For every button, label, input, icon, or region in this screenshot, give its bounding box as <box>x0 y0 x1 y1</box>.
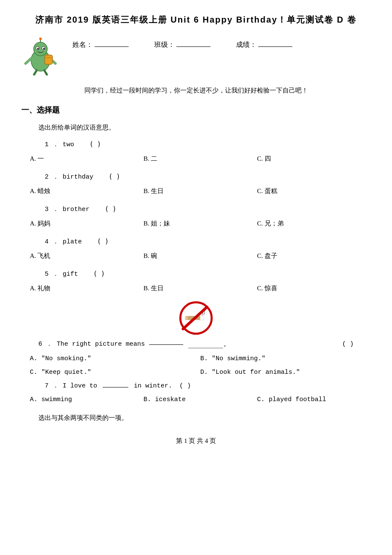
question-5-options: A. 礼物B. 生日C. 惊喜 <box>30 283 371 293</box>
q6-option-c: C. "Keep quiet." <box>30 367 200 378</box>
question-4-option-B: B. 碗 <box>144 251 257 261</box>
question-3-row: 3 ． brother ( ) <box>38 204 371 215</box>
intro-text: 同学们，经过一段时间的学习，你一定长进不少，让我们好好检验一下自己吧！ <box>21 85 371 95</box>
question-5-row: 5 ． gift ( ) <box>38 269 371 280</box>
q7-option-c: C. played football <box>257 395 371 405</box>
score-field: 成绩： <box>236 39 292 50</box>
svg-point-1 <box>34 42 47 56</box>
question-2-option-C: C. 蛋糕 <box>257 186 371 196</box>
header-row: 姓名： 班级： 成绩： <box>21 37 371 79</box>
class-field: 班级： <box>154 39 210 50</box>
q7-option-b: B. iceskate <box>144 395 257 405</box>
page-footer: 第 1 页 共 4 页 <box>21 436 371 446</box>
question-1-option-B: B. 二 <box>144 153 257 164</box>
question-4-options: A. 飞机B. 碗C. 盘子 <box>30 251 371 261</box>
question-2-row: 2 ． birthday ( ) <box>38 171 371 182</box>
svg-line-11 <box>44 70 47 75</box>
question-5-option-C: C. 惊喜 <box>257 283 371 293</box>
question-1-row: 1 ． two ( ) <box>38 139 371 150</box>
header-fields: 姓名： 班级： 成绩： <box>60 37 371 50</box>
q7-section: 7 ． I love to in winter. ( ) A. swimming… <box>21 381 371 405</box>
svg-rect-17 <box>185 316 187 321</box>
name-field: 姓名： <box>72 39 129 50</box>
svg-rect-12 <box>45 55 52 64</box>
section1-title: 一、选择题 <box>21 104 371 116</box>
question-2-option-B: B. 生日 <box>144 186 257 196</box>
svg-rect-16 <box>200 316 204 321</box>
svg-point-5 <box>43 48 45 49</box>
q6-option-d: D. "Look out for animals." <box>200 367 371 378</box>
question-3-option-B: B. 姐；妹 <box>144 218 257 228</box>
question-2-option-A: A. 蜡烛 <box>30 186 144 196</box>
svg-line-8 <box>26 58 31 64</box>
question-3-option-C: C. 兄；弟 <box>257 218 371 228</box>
question-4-option-A: A. 飞机 <box>30 251 144 261</box>
q7-option-a: A. swimming <box>30 395 144 405</box>
question-3-option-A: A. 妈妈 <box>30 218 144 228</box>
question-4-option-C: C. 盘子 <box>257 251 371 261</box>
q6-question-row: 6 ． The right picture means _________. (… <box>38 339 371 350</box>
question-4-row: 4 ． plate ( ) <box>38 236 371 247</box>
robot-icon <box>21 37 60 75</box>
question-5-option-B: B. 生日 <box>144 283 257 293</box>
q6-section: 6 ． The right picture means _________. (… <box>21 301 371 378</box>
q7-options: A. swimming B. iceskate C. played footba… <box>30 395 371 405</box>
question-1-option-A: A. 一 <box>30 153 144 164</box>
no-smoking-icon <box>179 301 213 335</box>
page-title: 济南市 2019 版英语三年级上册 Unit 6 Happy Birthday！… <box>21 13 371 26</box>
question-3-options: A. 妈妈B. 姐；妹C. 兄；弟 <box>30 218 371 228</box>
questions-container: 1 ． two ( )A. 一B. 二C. 四 2 ． birthday ( )… <box>21 139 371 293</box>
instruction-text: 选出所给单词的汉语意思。 <box>38 122 371 133</box>
q7-question-row: 7 ． I love to in winter. ( ) <box>38 381 371 391</box>
q6-options-row1: A. "No smoking." B. "No swimming." <box>30 354 371 364</box>
q8-instruction: 选出与其余两项不同类的一项。 <box>38 413 371 423</box>
q6-option-b: B. "No swimming." <box>200 354 371 364</box>
question-1-options: A. 一B. 二C. 四 <box>30 153 371 164</box>
svg-line-10 <box>34 70 37 75</box>
question-5-option-A: A. 礼物 <box>30 283 144 293</box>
svg-point-4 <box>37 48 39 49</box>
q6-option-a: A. "No smoking." <box>30 354 200 364</box>
svg-point-7 <box>39 38 42 40</box>
question-1-option-C: C. 四 <box>257 153 371 164</box>
question-2-options: A. 蜡烛B. 生日C. 蛋糕 <box>30 186 371 196</box>
q6-options-row2: C. "Keep quiet." D. "Look out for animal… <box>30 367 371 378</box>
no-smoking-container <box>21 301 371 335</box>
character-logo <box>21 37 60 79</box>
